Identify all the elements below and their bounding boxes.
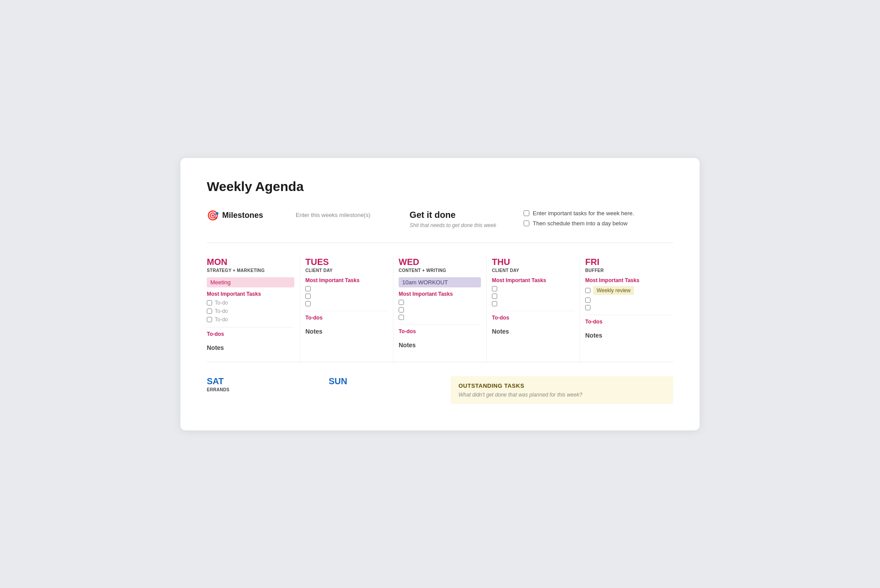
checkbox-label-mon-2: To-do bbox=[215, 308, 228, 314]
checkbox-row-mon-2: To-do bbox=[207, 308, 294, 314]
checkbox-row-mon-3: To-do bbox=[207, 316, 294, 323]
checkbox-row-fri-2 bbox=[585, 305, 673, 310]
checkbox-row-tues-3 bbox=[305, 301, 388, 306]
checkbox-thu-3[interactable] bbox=[492, 301, 497, 306]
day-subtitle-tues: CLIENT DAY bbox=[305, 268, 388, 273]
day-col-tues: TUES CLIENT DAY Most Important Tasks To-… bbox=[300, 257, 393, 362]
todos-label-mon: To-dos bbox=[207, 327, 294, 337]
notes-label-mon: Notes bbox=[207, 344, 294, 351]
checkbox-row-wed-1 bbox=[399, 300, 481, 305]
tasks-checklist: Enter important tasks for the week here.… bbox=[524, 210, 673, 230]
checkbox-mon-1[interactable] bbox=[207, 300, 212, 305]
mit-label-wed: Most Important Tasks bbox=[399, 291, 481, 297]
milestone-icon: 🎯 bbox=[207, 210, 219, 221]
sun-col: SUN bbox=[329, 376, 440, 387]
checkbox-thu-1[interactable] bbox=[492, 286, 497, 291]
checkbox-tues-2[interactable] bbox=[305, 294, 311, 299]
mit-label-tues: Most Important Tasks bbox=[305, 277, 388, 283]
checkbox-wed-3[interactable] bbox=[399, 315, 404, 320]
todos-label-tues: To-dos bbox=[305, 311, 388, 321]
tasks-checklist-item-1: Enter important tasks for the week here. bbox=[524, 210, 673, 217]
event-workout: 10am WORKOUT bbox=[399, 277, 481, 287]
checkbox-fri-2[interactable] bbox=[585, 305, 590, 310]
outstanding-subtitle: What didn't get done that was planned fo… bbox=[458, 392, 665, 398]
checkbox-tues-1[interactable] bbox=[305, 286, 311, 291]
checkbox-row-fri-1 bbox=[585, 298, 673, 303]
checkbox-row-thu-1 bbox=[492, 286, 574, 291]
todos-label-thu: To-dos bbox=[492, 311, 574, 321]
day-subtitle-sat: ERRANDS bbox=[207, 387, 318, 392]
outstanding-title: OUTSTANDING TASKS bbox=[458, 382, 665, 389]
days-grid: MON STRATEGY + MARKETING Meeting Most Im… bbox=[207, 257, 673, 362]
day-subtitle-wed: CONTENT + WRITING bbox=[399, 268, 481, 273]
get-it-done-subtitle: Shit that needs to get done this week bbox=[410, 222, 510, 229]
checkbox-row-tues-2 bbox=[305, 294, 388, 299]
checkbox-fri-weekly-review[interactable] bbox=[585, 288, 590, 293]
notes-label-thu: Notes bbox=[492, 328, 574, 335]
day-subtitle-mon: STRATEGY + MARKETING bbox=[207, 268, 294, 273]
checkbox-label-mon-1: To-do bbox=[215, 300, 228, 306]
get-it-done-title: Get it done bbox=[410, 210, 510, 220]
page-title: Weekly Agenda bbox=[207, 179, 673, 194]
outstanding-box: OUTSTANDING TASKS What didn't get done t… bbox=[451, 376, 673, 404]
milestones-left: 🎯 Milestones bbox=[207, 210, 282, 221]
day-col-thu: THU CLIENT DAY Most Important Tasks To-d… bbox=[487, 257, 580, 362]
notes-label-tues: Notes bbox=[305, 328, 388, 335]
tasks-checklist-item-2: Then schedule them into a day below bbox=[524, 220, 673, 227]
weekly-agenda-card: Weekly Agenda 🎯 Milestones Enter this we… bbox=[180, 158, 700, 430]
milestones-title: Milestones bbox=[222, 211, 263, 220]
milestones-section: 🎯 Milestones Enter this weeks milestone(… bbox=[207, 210, 673, 243]
event-meeting: Meeting bbox=[207, 277, 294, 287]
get-it-done: Get it done Shit that needs to get done … bbox=[410, 210, 510, 229]
day-col-mon: MON STRATEGY + MARKETING Meeting Most Im… bbox=[207, 257, 300, 362]
day-col-wed: WED CONTENT + WRITING 10am WORKOUT Most … bbox=[393, 257, 487, 362]
mit-label-fri: Most Important Tasks bbox=[585, 277, 673, 283]
tasks-checkbox-1[interactable] bbox=[524, 210, 529, 216]
day-name-sat: SAT bbox=[207, 376, 318, 386]
day-name-tues: TUES bbox=[305, 257, 388, 267]
checkbox-mon-2[interactable] bbox=[207, 309, 212, 314]
day-name-wed: WED bbox=[399, 257, 481, 267]
checkbox-row-fri-weekly-review: Weekly review bbox=[585, 286, 673, 295]
checkbox-row-wed-3 bbox=[399, 315, 481, 320]
mit-label-thu: Most Important Tasks bbox=[492, 277, 574, 283]
checkbox-thu-2[interactable] bbox=[492, 294, 497, 299]
day-name-thu: THU bbox=[492, 257, 574, 267]
day-subtitle-thu: CLIENT DAY bbox=[492, 268, 574, 273]
tasks-checklist-label-1: Enter important tasks for the week here. bbox=[533, 210, 634, 217]
todos-label-wed: To-dos bbox=[399, 324, 481, 334]
checkbox-mon-3[interactable] bbox=[207, 317, 212, 322]
day-name-fri: FRI bbox=[585, 257, 673, 267]
checkbox-row-wed-2 bbox=[399, 307, 481, 312]
checkbox-tues-3[interactable] bbox=[305, 301, 311, 306]
day-name-mon: MON bbox=[207, 257, 294, 267]
notes-label-fri: Notes bbox=[585, 332, 673, 339]
day-subtitle-fri: BUFFER bbox=[585, 268, 673, 273]
checkbox-row-tues-1 bbox=[305, 286, 388, 291]
checkbox-row-thu-3 bbox=[492, 301, 574, 306]
sat-col: SAT ERRANDS bbox=[207, 376, 318, 397]
checkbox-wed-2[interactable] bbox=[399, 307, 404, 312]
bottom-row: SAT ERRANDS SUN OUTSTANDING TASKS What d… bbox=[207, 376, 673, 404]
checkbox-wed-1[interactable] bbox=[399, 300, 404, 305]
milestones-placeholder: Enter this weeks milestone(s) bbox=[296, 210, 396, 218]
checkbox-label-mon-3: To-do bbox=[215, 316, 228, 323]
todos-label-fri: To-dos bbox=[585, 315, 673, 325]
checkbox-row-thu-2 bbox=[492, 294, 574, 299]
checkbox-row-mon-1: To-do bbox=[207, 300, 294, 306]
event-weekly-review: Weekly review bbox=[593, 286, 634, 295]
mit-label-mon: Most Important Tasks bbox=[207, 291, 294, 297]
tasks-checkbox-2[interactable] bbox=[524, 220, 529, 226]
day-col-fri: FRI BUFFER Most Important Tasks Weekly r… bbox=[580, 257, 673, 362]
day-name-sun: SUN bbox=[329, 376, 440, 386]
tasks-checklist-label-2: Then schedule them into a day below bbox=[533, 220, 627, 227]
notes-label-wed: Notes bbox=[399, 342, 481, 349]
checkbox-fri-1[interactable] bbox=[585, 298, 590, 303]
